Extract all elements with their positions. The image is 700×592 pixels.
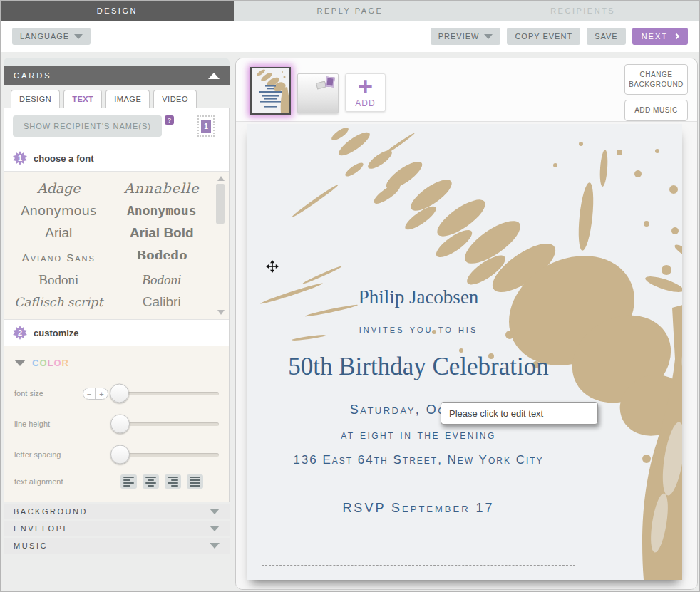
next-button[interactable]: NEXT <box>632 28 688 45</box>
stepper-minus-button[interactable]: − <box>83 388 96 399</box>
show-recipients-button[interactable]: SHOW RECIPIENT'S NAME(S) <box>13 115 162 137</box>
add-card-button[interactable]: + ADD <box>345 73 386 112</box>
scroll-down-icon[interactable] <box>217 310 225 315</box>
line-height-row: line height <box>14 413 219 435</box>
tab-cards-video[interactable]: VIDEO <box>153 90 197 108</box>
step-customize: 2 customize <box>4 320 229 346</box>
step-2-badge: 2 <box>13 326 27 340</box>
mini-invitation-preview <box>252 68 289 113</box>
font-list-scrollbar[interactable] <box>216 176 225 315</box>
plus-icon: + <box>358 78 373 96</box>
align-justify-button[interactable] <box>187 474 203 489</box>
chevron-down-icon <box>484 34 493 39</box>
chevron-up-icon <box>208 73 220 79</box>
font-option-anonymous[interactable]: Anonymous <box>7 199 110 222</box>
font-list: Adage Annabelle Anonymous Anonymous Aria… <box>4 172 229 320</box>
text-alignment-row: text alignment <box>14 474 219 489</box>
customize-panel: COLOR font size − + li <box>4 346 229 502</box>
align-right-button[interactable] <box>165 474 181 489</box>
font-option-bodoni[interactable]: Bodoni <box>7 269 110 291</box>
tab-cards-image[interactable]: IMAGE <box>105 90 150 108</box>
cards-section-header[interactable]: CARDS <box>4 66 230 85</box>
tab-cards-design[interactable]: DESIGN <box>11 90 60 108</box>
accordion-background[interactable]: BACKGROUND <box>4 504 230 519</box>
accordion-music-label: MUSIC <box>14 541 48 550</box>
scrollbar-thumb[interactable] <box>216 184 225 224</box>
language-button[interactable]: LANGUAGE <box>12 28 91 45</box>
envelope-thumbnail[interactable] <box>297 73 339 113</box>
step-2-label: customize <box>34 328 79 338</box>
time-line-text: at eight in the evening <box>262 428 575 442</box>
app-window: DESIGN REPLY PAGE RECIPIENTS LANGUAGE PR… <box>0 0 700 592</box>
sidebar-top-cap <box>4 58 230 66</box>
font-grid: Adage Annabelle Anonymous Anonymous Aria… <box>7 177 213 313</box>
stepper-plus-button[interactable]: + <box>96 388 108 399</box>
stamp-number: 1 <box>201 120 211 133</box>
accordion-music[interactable]: MUSIC <box>4 538 230 554</box>
card-canvas: Philip Jacobsen invites you to his 50th … <box>236 122 697 590</box>
font-size-slider[interactable] <box>112 392 219 395</box>
stamp-icon[interactable]: 1 <box>197 115 215 137</box>
copy-event-button[interactable]: COPY EVENT <box>507 28 580 45</box>
content-area: CARDS DESIGN TEXT IMAGE VIDEO SHOW RECIP… <box>1 58 699 591</box>
invitation-text-block[interactable]: Philip Jacobsen invites you to his 50th … <box>262 254 575 566</box>
align-left-button[interactable] <box>120 474 137 489</box>
chevron-right-icon <box>674 33 679 39</box>
font-option-arial-bold[interactable]: Arial Bold <box>110 222 214 244</box>
font-option-adage[interactable]: Adage <box>7 177 110 199</box>
preview-button-label: PREVIEW <box>438 32 480 41</box>
letter-spacing-slider[interactable] <box>113 453 219 457</box>
card-action-buttons: CHANGE BACKGROUND ADD MUSIC <box>624 64 688 121</box>
align-center-button[interactable] <box>143 474 159 489</box>
help-icon[interactable]: ? <box>165 115 174 125</box>
host-name-text: Philip Jacobsen <box>262 286 575 308</box>
accordion-envelope[interactable]: ENVELOPE <box>4 521 230 536</box>
change-background-button[interactable]: CHANGE BACKGROUND <box>624 64 688 95</box>
invitation-card[interactable]: Philip Jacobsen invites you to his 50th … <box>247 124 682 580</box>
cards-panel: SHOW RECIPIENT'S NAME(S) ? 1 1 choose a … <box>4 108 230 502</box>
tab-reply-page[interactable]: REPLY PAGE <box>234 1 467 21</box>
save-button[interactable]: SAVE <box>587 28 626 45</box>
font-option-calibri[interactable]: Calibri <box>110 291 214 313</box>
font-option-bodedo[interactable]: Bodedo <box>110 244 214 269</box>
letter-spacing-row: letter spacing <box>14 444 219 465</box>
letter-spacing-slider-thumb[interactable] <box>110 445 130 464</box>
editor-panel: + ADD CHANGE BACKGROUND ADD MUSIC <box>235 58 698 590</box>
sidebar: CARDS DESIGN TEXT IMAGE VIDEO SHOW RECIP… <box>4 58 230 554</box>
tab-recipients[interactable]: RECIPIENTS <box>466 1 699 21</box>
mini-stamp-icon <box>325 76 334 87</box>
edit-text-tooltip: Please click to edit text <box>441 402 598 425</box>
tab-cards-text[interactable]: TEXT <box>63 90 102 108</box>
font-option-anonymous-bold[interactable]: Anonymous <box>110 199 214 222</box>
preview-button[interactable]: PREVIEW <box>431 28 501 45</box>
color-letter-0: C <box>32 358 39 368</box>
font-option-annabelle[interactable]: Annabelle <box>110 177 214 199</box>
color-letter-3: O <box>53 358 61 368</box>
font-option-bodoni-italic[interactable]: Bodoni <box>110 269 214 291</box>
letter-spacing-label: letter spacing <box>14 450 83 459</box>
scroll-up-icon[interactable] <box>217 176 225 181</box>
line-height-slider[interactable] <box>113 422 219 426</box>
font-size-stepper[interactable]: − + <box>83 388 108 400</box>
font-size-row: font size − + <box>14 383 219 404</box>
text-alignment-label: text alignment <box>14 477 83 486</box>
invitation-card-thumbnail[interactable] <box>250 67 291 115</box>
color-label: COLOR <box>32 358 69 368</box>
font-size-slider-thumb[interactable] <box>110 384 129 403</box>
address-line-text: 136 East 64th Street, New York City <box>262 453 575 467</box>
tab-design[interactable]: DESIGN <box>1 1 234 21</box>
cards-tab-bar: DESIGN TEXT IMAGE VIDEO <box>4 85 230 108</box>
color-letter-1: O <box>39 358 47 368</box>
add-card-label: ADD <box>355 98 375 108</box>
chevron-down-icon <box>210 509 220 514</box>
language-button-label: LANGUAGE <box>20 32 69 41</box>
font-option-arial[interactable]: Arial <box>7 222 110 244</box>
line-height-slider-thumb[interactable] <box>110 415 130 434</box>
font-option-aviano-sans[interactable]: Aviano Sans <box>7 244 110 269</box>
intro-line-text: invites you to his <box>262 323 575 335</box>
toolbar: LANGUAGE PREVIEW COPY EVENT SAVE NEXT <box>1 21 699 52</box>
color-expander[interactable]: COLOR <box>14 358 219 368</box>
card-thumbnails-bar: + ADD CHANGE BACKGROUND ADD MUSIC <box>236 58 697 122</box>
font-option-caflisch-script[interactable]: Caflisch script <box>7 291 110 313</box>
add-music-button[interactable]: ADD MUSIC <box>624 100 688 121</box>
